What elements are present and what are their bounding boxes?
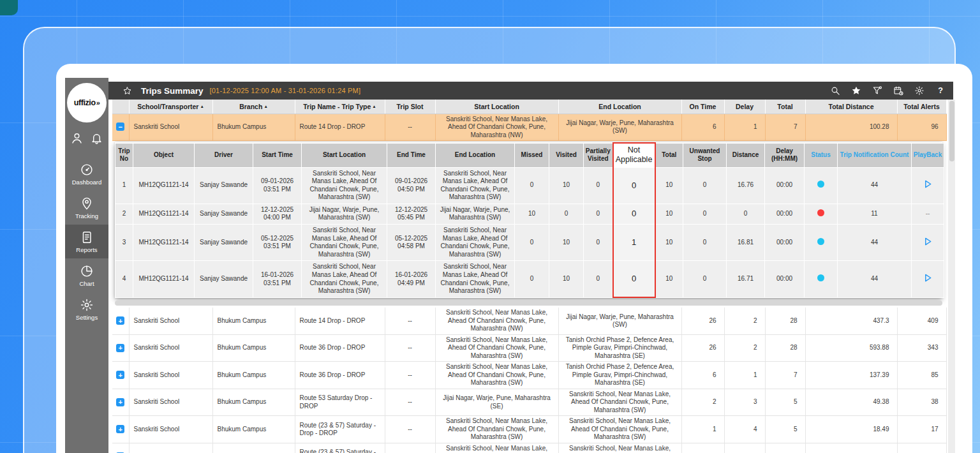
expand-row-button[interactable]: + xyxy=(116,316,124,325)
column-header[interactable]: Total xyxy=(765,100,805,114)
column-header[interactable]: Start Location xyxy=(435,100,558,114)
corner-decoration xyxy=(0,0,18,15)
status-dot-red[interactable] xyxy=(817,209,824,216)
status-dot-cyan[interactable] xyxy=(817,238,824,245)
cell-missed: 10 xyxy=(515,204,549,224)
sidebar-item-chart[interactable]: Chart xyxy=(65,258,108,292)
cell-total: 10 xyxy=(655,225,683,261)
vertical-scrollbar-thumb[interactable] xyxy=(949,101,954,161)
sidebar-top-icons xyxy=(65,131,108,145)
sidebar-item-dashboard[interactable]: Dashboard xyxy=(65,157,108,191)
table-row: + Sanskriti SchoolBhukum CampusRoute 36 … xyxy=(112,362,946,389)
cell-start: Sanskriti School, Near Manas Lake, Ahead… xyxy=(435,114,558,141)
detail-column-header[interactable]: Not Applicable xyxy=(613,143,655,167)
detail-column-header[interactable]: Total xyxy=(655,143,683,167)
column-header[interactable]: Trip Slot xyxy=(385,100,435,114)
expand-row-button[interactable]: + xyxy=(116,425,124,433)
cell-playback xyxy=(912,167,944,204)
detail-column-header[interactable]: End Time xyxy=(387,143,436,167)
playback-button[interactable] xyxy=(923,179,933,189)
cell-notif: 11 xyxy=(838,204,912,224)
detail-column-header[interactable]: Partially Visited xyxy=(584,143,613,167)
column-header[interactable]: On Time xyxy=(681,100,724,114)
detail-column-header[interactable]: Start Time xyxy=(253,143,302,167)
sidebar-item-tracking[interactable]: Tracking xyxy=(65,191,108,225)
column-header[interactable]: School/Transporter▲ xyxy=(129,100,212,114)
cell-unwanted: 0 xyxy=(683,167,727,204)
column-header[interactable]: Delay xyxy=(724,100,765,114)
filter-icon[interactable] xyxy=(872,85,882,96)
favorite-star-icon[interactable] xyxy=(122,86,132,96)
user-icon[interactable] xyxy=(70,131,84,145)
date-range[interactable]: [01-12-2025 12:00 AM - 31-01-2026 01:24 … xyxy=(210,87,361,94)
detail-column-header[interactable]: Missed xyxy=(515,143,549,167)
detail-column-header[interactable]: PlayBack xyxy=(912,143,944,167)
cell-na: 0 xyxy=(613,204,655,224)
column-header[interactable]: End Location xyxy=(558,100,681,114)
playback-button[interactable] xyxy=(923,273,933,283)
expand-cell: + xyxy=(112,334,129,362)
status-dot-cyan[interactable] xyxy=(817,274,824,281)
sidebar-item-settings[interactable]: Settings xyxy=(65,292,108,326)
cell-on_time: 2 xyxy=(681,389,724,416)
favorite-icon[interactable] xyxy=(851,85,861,96)
detail-column-header[interactable]: Start Location xyxy=(302,143,387,167)
cell-end: Tanish Orchid Phase 2, Defence Area, Pim… xyxy=(558,334,681,362)
expand-row-button[interactable]: + xyxy=(116,398,124,406)
expand-row-button[interactable]: + xyxy=(116,371,124,379)
cell-no: 3 xyxy=(115,225,133,261)
cell-slot: -- xyxy=(385,389,435,416)
cell-school: Sanskriti School xyxy=(129,389,212,416)
collapse-row-button[interactable]: − xyxy=(116,123,124,131)
cell-no: 4 xyxy=(115,261,133,297)
expand-row-button[interactable]: + xyxy=(116,344,124,352)
detail-column-header[interactable]: Trip Notification Count xyxy=(838,143,912,167)
status-dot-cyan[interactable] xyxy=(817,181,824,188)
cell-trip: Route 36 Drop - DROP xyxy=(295,334,385,362)
detail-column-header[interactable]: Object xyxy=(133,143,195,167)
table-row: − Sanskriti SchoolBhukum CampusRoute 14 … xyxy=(112,114,946,141)
detail-column-header[interactable]: Status xyxy=(805,143,838,167)
detail-column-header[interactable]: Delay (HH:MM) xyxy=(765,143,805,167)
detail-column-header[interactable]: End Location xyxy=(436,143,515,167)
chart-icon xyxy=(80,264,94,278)
cell-playback xyxy=(912,225,944,261)
detail-column-header[interactable]: Distance xyxy=(727,143,765,167)
column-header[interactable]: Total Distance xyxy=(805,100,897,114)
playback-button[interactable] xyxy=(923,237,933,246)
calendar-icon[interactable] xyxy=(893,85,903,96)
cell-total: 10 xyxy=(655,261,683,297)
detail-column-header[interactable]: Unwanted Stop xyxy=(683,143,727,167)
trip-details-table: Trip NoObjectDriverStart TimeStart Locat… xyxy=(115,142,944,298)
cell-school: Sanskriti School xyxy=(129,114,212,141)
detail-column-header[interactable]: Visited xyxy=(549,143,584,167)
cell-trip: Route 36 Drop - DROP xyxy=(295,362,385,389)
table-header-row: School/Transporter▲Branch▲Trip Name - Tr… xyxy=(112,100,946,114)
cell-delay: 5 xyxy=(724,443,765,453)
cell-start: Jijai Nagar, Warje, Pune, Maharashtra (S… xyxy=(435,389,558,416)
cell-total: 7 xyxy=(765,114,805,141)
inner-horizontal-scrollbar[interactable] xyxy=(115,301,942,306)
detail-column-header[interactable]: Trip No xyxy=(115,143,133,167)
cell-end: Sanskriti School, Near Manas Lake, Ahead… xyxy=(558,416,681,443)
cell-end_loc: Jijai Nagar, Warje, Pune, Maharashtra (S… xyxy=(436,204,515,224)
column-header[interactable]: Trip Name - Trip Type▲ xyxy=(295,100,385,114)
sidebar-item-label: Reports xyxy=(76,246,97,253)
cell-alerts: 33 xyxy=(897,443,946,453)
cell-distance: 437.3 xyxy=(805,308,897,334)
cell-branch: Bhukum Campus xyxy=(212,362,295,389)
cell-on_time: 1 xyxy=(681,416,724,443)
notifications-icon[interactable] xyxy=(90,131,103,145)
sidebar-item-label: Dashboard xyxy=(72,179,101,186)
vertical-scrollbar[interactable] xyxy=(948,100,955,453)
sidebar-item-reports[interactable]: Reports xyxy=(65,225,108,258)
column-header[interactable]: Branch▲ xyxy=(212,100,295,114)
column-header[interactable]: Total Alerts xyxy=(897,100,946,114)
cell-trip: Route 14 Drop - DROP xyxy=(295,114,385,141)
cell-start: Sanskriti School, Near Manas Lake, Ahead… xyxy=(435,416,558,443)
settings-icon[interactable] xyxy=(914,85,924,96)
detail-column-header[interactable]: Driver xyxy=(195,143,253,167)
search-icon[interactable] xyxy=(830,85,840,96)
detail-row: 1MH12QG1121-14Sanjay Sawande09-01-2026 0… xyxy=(115,167,944,204)
help-icon[interactable]: ? xyxy=(935,85,946,96)
